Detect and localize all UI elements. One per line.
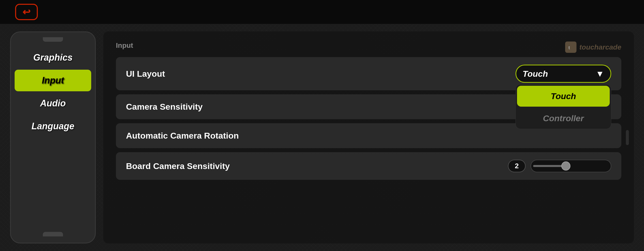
auto-camera-label: Automatic Camera Rotation: [126, 131, 239, 141]
ui-layout-dropdown-container: Touch ▼ Touch Controller: [516, 65, 611, 83]
watermark-text: toucharcade: [579, 43, 622, 51]
section-label: Input: [116, 41, 621, 50]
ui-layout-value: Touch: [523, 69, 548, 79]
watermark-icon: t: [565, 41, 576, 53]
phone-notch-bottom: [43, 232, 63, 236]
sidebar-item-audio[interactable]: Audio: [15, 93, 91, 114]
ui-layout-row: UI Layout Touch ▼ Touch Controller: [116, 57, 621, 90]
back-button[interactable]: ↩: [15, 4, 38, 20]
sidebar-item-input[interactable]: Input: [15, 70, 91, 91]
sidebar-item-graphics[interactable]: Graphics: [15, 47, 91, 68]
ui-layout-label: UI Layout: [126, 69, 165, 79]
ui-layout-dropdown[interactable]: Touch ▼: [516, 65, 611, 83]
svg-text:t: t: [568, 45, 570, 50]
dropdown-arrow-icon: ▼: [596, 69, 604, 79]
watermark: t toucharcade: [565, 41, 622, 53]
board-camera-label: Board Camera Sensitivity: [126, 161, 230, 171]
slider-value: 2: [515, 162, 519, 170]
board-camera-row: Board Camera Sensitivity 2: [116, 152, 621, 180]
back-icon: ↩: [22, 7, 30, 18]
board-camera-slider-container: 2: [508, 160, 611, 172]
slider-value-badge: 2: [508, 160, 526, 172]
sidebar-item-language[interactable]: Language: [15, 115, 91, 137]
ui-layout-dropdown-menu: Touch Controller: [516, 84, 611, 129]
camera-sensitivity-label: Camera Sensitivity: [126, 102, 203, 112]
phone-notch-top: [43, 37, 63, 42]
slider-thumb[interactable]: [561, 161, 570, 171]
top-bar: ↩: [0, 0, 644, 24]
dropdown-option-controller[interactable]: Controller: [516, 108, 611, 129]
slider-track[interactable]: [531, 160, 611, 172]
main-content: Graphics Input Audio Language t toucharc…: [0, 24, 644, 251]
dropdown-option-touch[interactable]: Touch: [517, 86, 610, 107]
sidebar: Graphics Input Audio Language: [10, 31, 96, 243]
scroll-indicator: [626, 130, 629, 145]
content-panel: t toucharcade Input UI Layout Touch ▼ To…: [103, 31, 634, 243]
